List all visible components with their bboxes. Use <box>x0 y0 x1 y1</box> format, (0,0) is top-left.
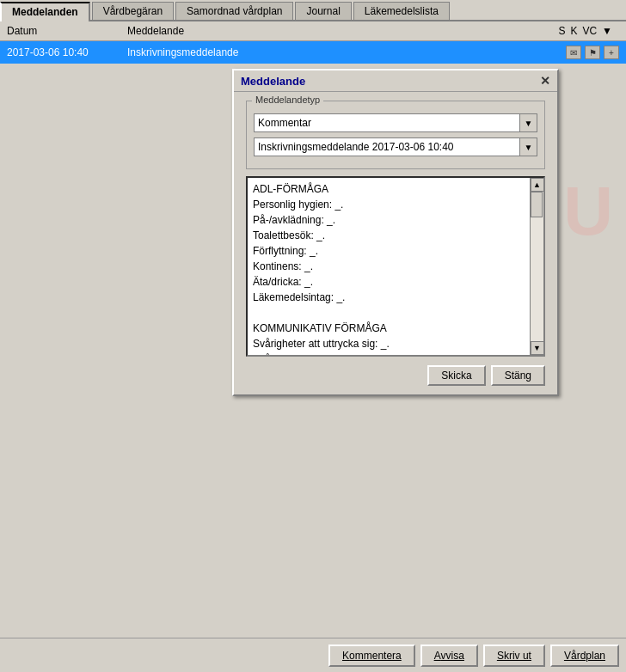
tab-meddelanden[interactable]: Meddelanden <box>0 2 90 21</box>
row-text: Inskrivningsmeddelande <box>127 46 566 58</box>
tab-journal[interactable]: Journal <box>295 2 351 20</box>
message-row[interactable]: 2017-03-06 10:40 Inskrivningsmeddelande … <box>0 41 626 64</box>
dropdown-kommentar-text: Kommentar <box>255 114 519 131</box>
scroll-track[interactable] <box>531 192 543 341</box>
dropdown-inskrivning-text: Inskrivningsmeddelande 2017-03-06 10:40 <box>255 138 519 156</box>
plus-icon[interactable]: + <box>604 46 619 59</box>
modal-body: Meddelandetyp Kommentar ▼ Inskrivningsme… <box>234 92 557 394</box>
row-date: 2017-03-06 10:40 <box>7 46 127 58</box>
column-icons: S K VC ▼ <box>558 25 612 37</box>
col-arrow: ▼ <box>602 25 612 37</box>
col-vc: VC <box>582 25 597 37</box>
kommentera-button[interactable]: Kommentera <box>328 645 415 667</box>
dropdown-kommentar[interactable]: Kommentar ▼ <box>254 113 537 132</box>
bottom-bar: Kommentera Avvisa Skriv ut Vårdplan <box>0 638 626 672</box>
tab-lakemedelslista[interactable]: Läkemedelslista <box>353 2 450 20</box>
modal-dialog: Meddelande ✕ Meddelandetyp Kommentar ▼ I… <box>232 69 559 396</box>
vardplan-button[interactable]: Vårdplan <box>550 645 619 667</box>
scroll-down-arrow[interactable]: ▼ <box>531 341 544 355</box>
dropdown-inskrivning-arrow[interactable]: ▼ <box>519 138 537 156</box>
modal-close-button[interactable]: ✕ <box>540 74 550 88</box>
avvisa-button[interactable]: Avvisa <box>420 645 478 667</box>
row-icons: ✉ ⚑ + <box>566 46 619 59</box>
column-datum: Datum <box>7 25 127 37</box>
column-meddelande: Meddelande <box>127 25 558 37</box>
col-k: K <box>570 25 577 37</box>
skicka-button[interactable]: Skicka <box>427 365 485 386</box>
modal-button-row: Skicka Stäng <box>246 365 545 386</box>
scroll-up-arrow[interactable]: ▲ <box>531 178 544 192</box>
modal-header: Meddelande ✕ <box>234 70 557 92</box>
modal-title: Meddelande <box>241 75 305 88</box>
skriv-ut-button[interactable]: Skriv ut <box>483 645 545 667</box>
stang-button[interactable]: Stäng <box>491 365 545 386</box>
flag-icon[interactable]: ⚑ <box>585 46 600 59</box>
tab-bar: Meddelanden Vårdbegäran Samordnad vårdpl… <box>0 0 626 21</box>
dropdown-kommentar-arrow[interactable]: ▼ <box>519 114 537 131</box>
tab-vardbegaran[interactable]: Vårdbegäran <box>92 2 174 20</box>
scrollbar: ▲ ▼ <box>530 178 543 355</box>
scroll-thumb[interactable] <box>531 192 543 217</box>
message-text-content[interactable]: ADL-FÖRMÅGAPersonlig hygien: _.På-/avklä… <box>248 178 530 355</box>
tab-samordnad[interactable]: Samordnad vårdplan <box>175 2 293 20</box>
message-text-area: ADL-FÖRMÅGAPersonlig hygien: _.På-/avklä… <box>246 176 545 357</box>
meddelandetyp-legend: Meddelandetyp <box>252 95 323 105</box>
meddelandetyp-group: Meddelandetyp Kommentar ▼ Inskrivningsme… <box>246 101 545 169</box>
col-s: S <box>558 25 565 37</box>
envelope-icon[interactable]: ✉ <box>566 46 581 59</box>
dropdown-inskrivning[interactable]: Inskrivningsmeddelande 2017-03-06 10:40 … <box>254 137 537 156</box>
column-header: Datum Meddelande S K VC ▼ <box>0 21 626 41</box>
